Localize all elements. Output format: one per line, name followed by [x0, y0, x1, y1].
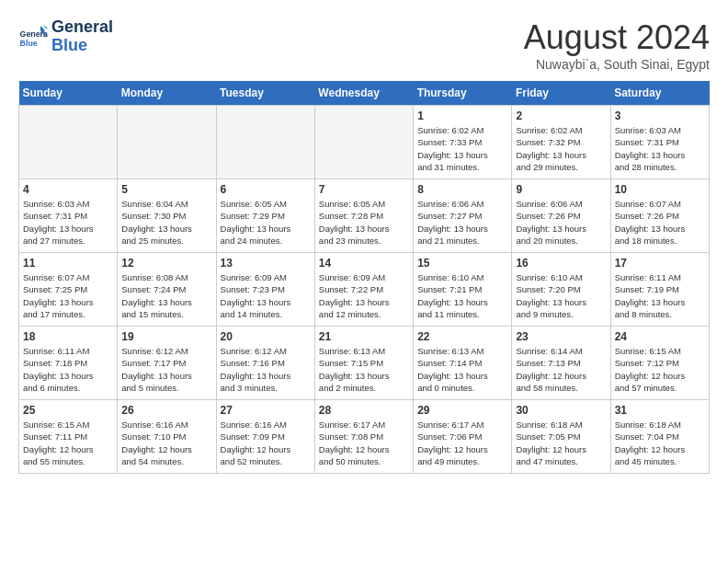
weekday-header-sunday: Sunday [19, 81, 118, 106]
day-detail: Sunrise: 6:02 AMSunset: 7:33 PMDaylight:… [417, 124, 507, 173]
calendar-cell: 15Sunrise: 6:10 AMSunset: 7:21 PMDayligh… [414, 253, 512, 327]
day-detail: Sunrise: 6:13 AMSunset: 7:14 PMDaylight:… [417, 345, 507, 394]
day-number: 9 [516, 183, 606, 196]
day-detail: Sunrise: 6:06 AMSunset: 7:26 PMDaylight:… [516, 198, 606, 247]
calendar-cell [314, 106, 413, 179]
day-number: 8 [417, 183, 507, 196]
day-number: 19 [121, 330, 211, 343]
logo-text: General Blue [51, 18, 113, 55]
calendar-cell: 3Sunrise: 6:03 AMSunset: 7:31 PMDaylight… [610, 106, 709, 179]
day-number: 24 [615, 330, 705, 343]
calendar-cell: 28Sunrise: 6:17 AMSunset: 7:08 PMDayligh… [314, 400, 413, 474]
calendar-cell: 9Sunrise: 6:06 AMSunset: 7:26 PMDaylight… [512, 179, 610, 253]
page-header: General Blue General Blue August 2024 Nu… [18, 18, 710, 72]
logo: General Blue General Blue [18, 18, 113, 55]
day-detail: Sunrise: 6:05 AMSunset: 7:29 PMDaylight:… [221, 198, 311, 247]
weekday-header-thursday: Thursday [414, 81, 512, 106]
calendar-cell: 2Sunrise: 6:02 AMSunset: 7:32 PMDaylight… [512, 106, 610, 179]
calendar-cell: 8Sunrise: 6:06 AMSunset: 7:27 PMDaylight… [414, 179, 512, 253]
calendar-cell: 6Sunrise: 6:05 AMSunset: 7:29 PMDaylight… [216, 179, 314, 253]
day-detail: Sunrise: 6:09 AMSunset: 7:23 PMDaylight:… [221, 271, 311, 320]
calendar-cell: 24Sunrise: 6:15 AMSunset: 7:12 PMDayligh… [610, 327, 709, 400]
calendar-cell: 22Sunrise: 6:13 AMSunset: 7:14 PMDayligh… [414, 327, 512, 400]
calendar-week-row: 11Sunrise: 6:07 AMSunset: 7:25 PMDayligh… [19, 253, 710, 327]
calendar-cell: 30Sunrise: 6:18 AMSunset: 7:05 PMDayligh… [512, 400, 610, 474]
calendar-cell: 23Sunrise: 6:14 AMSunset: 7:13 PMDayligh… [512, 327, 610, 400]
calendar-cell: 20Sunrise: 6:12 AMSunset: 7:16 PMDayligh… [216, 327, 314, 400]
day-number: 12 [121, 257, 211, 270]
location-label: Nuwaybi`a, South Sinai, Egypt [524, 57, 710, 72]
day-number: 30 [516, 404, 606, 417]
calendar-week-row: 25Sunrise: 6:15 AMSunset: 7:11 PMDayligh… [19, 400, 710, 474]
day-detail: Sunrise: 6:03 AMSunset: 7:31 PMDaylight:… [23, 198, 113, 247]
day-detail: Sunrise: 6:18 AMSunset: 7:05 PMDaylight:… [516, 419, 606, 467]
weekday-header-monday: Monday [118, 81, 216, 106]
day-detail: Sunrise: 6:12 AMSunset: 7:17 PMDaylight:… [121, 345, 211, 394]
logo-icon: General Blue [18, 22, 48, 52]
logo-line2: Blue [51, 36, 87, 54]
day-number: 10 [615, 183, 705, 196]
day-detail: Sunrise: 6:17 AMSunset: 7:08 PMDaylight:… [319, 419, 409, 467]
day-detail: Sunrise: 6:08 AMSunset: 7:24 PMDaylight:… [121, 271, 211, 320]
weekday-header-row: SundayMondayTuesdayWednesdayThursdayFrid… [19, 81, 710, 106]
calendar-cell: 25Sunrise: 6:15 AMSunset: 7:11 PMDayligh… [19, 400, 118, 474]
day-detail: Sunrise: 6:04 AMSunset: 7:30 PMDaylight:… [121, 198, 211, 247]
day-number: 16 [516, 257, 606, 270]
calendar-cell: 18Sunrise: 6:11 AMSunset: 7:18 PMDayligh… [19, 327, 118, 400]
day-detail: Sunrise: 6:14 AMSunset: 7:13 PMDaylight:… [516, 345, 606, 394]
calendar-cell: 26Sunrise: 6:16 AMSunset: 7:10 PMDayligh… [118, 400, 216, 474]
day-number: 22 [417, 330, 507, 343]
calendar-cell: 5Sunrise: 6:04 AMSunset: 7:30 PMDaylight… [118, 179, 216, 253]
day-number: 27 [221, 404, 311, 417]
day-detail: Sunrise: 6:15 AMSunset: 7:11 PMDaylight:… [23, 419, 113, 467]
day-detail: Sunrise: 6:16 AMSunset: 7:10 PMDaylight:… [121, 419, 211, 467]
day-detail: Sunrise: 6:12 AMSunset: 7:16 PMDaylight:… [221, 345, 311, 394]
month-year-title: August 2024 [524, 18, 710, 57]
calendar-week-row: 1Sunrise: 6:02 AMSunset: 7:33 PMDaylight… [19, 106, 710, 179]
day-detail: Sunrise: 6:09 AMSunset: 7:22 PMDaylight:… [319, 271, 409, 320]
calendar-cell: 7Sunrise: 6:05 AMSunset: 7:28 PMDaylight… [314, 179, 413, 253]
day-number: 5 [121, 183, 211, 196]
day-number: 6 [221, 183, 311, 196]
day-number: 26 [121, 404, 211, 417]
day-detail: Sunrise: 6:11 AMSunset: 7:19 PMDaylight:… [615, 271, 705, 320]
weekday-header-saturday: Saturday [610, 81, 709, 106]
calendar-cell: 21Sunrise: 6:13 AMSunset: 7:15 PMDayligh… [314, 327, 413, 400]
day-detail: Sunrise: 6:15 AMSunset: 7:12 PMDaylight:… [615, 345, 705, 394]
calendar-cell: 10Sunrise: 6:07 AMSunset: 7:26 PMDayligh… [610, 179, 709, 253]
day-number: 14 [319, 257, 409, 270]
day-detail: Sunrise: 6:02 AMSunset: 7:32 PMDaylight:… [516, 124, 606, 173]
day-number: 4 [23, 183, 113, 196]
calendar-cell: 11Sunrise: 6:07 AMSunset: 7:25 PMDayligh… [19, 253, 118, 327]
calendar-cell: 12Sunrise: 6:08 AMSunset: 7:24 PMDayligh… [118, 253, 216, 327]
calendar-week-row: 4Sunrise: 6:03 AMSunset: 7:31 PMDaylight… [19, 179, 710, 253]
day-number: 29 [417, 404, 507, 417]
calendar-cell: 19Sunrise: 6:12 AMSunset: 7:17 PMDayligh… [118, 327, 216, 400]
logo-line1: General [51, 17, 113, 36]
calendar-cell: 1Sunrise: 6:02 AMSunset: 7:33 PMDaylight… [414, 106, 512, 179]
calendar-table: SundayMondayTuesdayWednesdayThursdayFrid… [18, 81, 710, 474]
calendar-cell [19, 106, 118, 179]
day-number: 28 [319, 404, 409, 417]
day-number: 1 [417, 109, 507, 122]
calendar-cell [118, 106, 216, 179]
calendar-cell: 17Sunrise: 6:11 AMSunset: 7:19 PMDayligh… [610, 253, 709, 327]
calendar-cell: 13Sunrise: 6:09 AMSunset: 7:23 PMDayligh… [216, 253, 314, 327]
day-number: 3 [615, 109, 705, 122]
calendar-cell: 14Sunrise: 6:09 AMSunset: 7:22 PMDayligh… [314, 253, 413, 327]
calendar-week-row: 18Sunrise: 6:11 AMSunset: 7:18 PMDayligh… [19, 327, 710, 400]
day-detail: Sunrise: 6:07 AMSunset: 7:26 PMDaylight:… [615, 198, 705, 247]
day-detail: Sunrise: 6:06 AMSunset: 7:27 PMDaylight:… [417, 198, 507, 247]
calendar-cell [216, 106, 314, 179]
weekday-header-tuesday: Tuesday [216, 81, 314, 106]
day-detail: Sunrise: 6:11 AMSunset: 7:18 PMDaylight:… [23, 345, 113, 394]
day-number: 21 [319, 330, 409, 343]
day-number: 20 [221, 330, 311, 343]
day-detail: Sunrise: 6:16 AMSunset: 7:09 PMDaylight:… [221, 419, 311, 467]
day-number: 13 [221, 257, 311, 270]
day-number: 7 [319, 183, 409, 196]
title-block: August 2024 Nuwaybi`a, South Sinai, Egyp… [524, 18, 710, 72]
day-number: 18 [23, 330, 113, 343]
day-detail: Sunrise: 6:05 AMSunset: 7:28 PMDaylight:… [319, 198, 409, 247]
calendar-cell: 4Sunrise: 6:03 AMSunset: 7:31 PMDaylight… [19, 179, 118, 253]
